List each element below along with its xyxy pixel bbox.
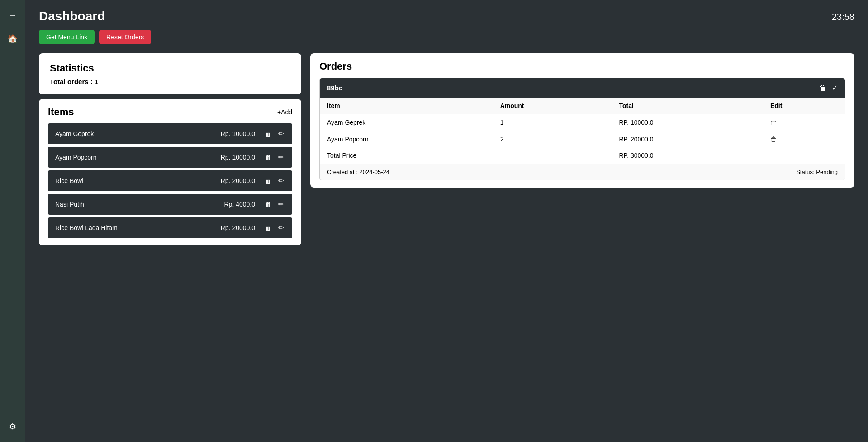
statistics-card: Statistics Total orders : 1 (39, 53, 301, 94)
total-orders-label: Total orders : (50, 78, 93, 85)
total-price-value: RP. 30000.0 (612, 147, 763, 164)
order-item-delete[interactable]: 🗑 (763, 131, 845, 148)
item-name: Ayam Geprek (55, 130, 221, 137)
edit-item-button[interactable]: ✏ (277, 152, 285, 162)
created-at-value: 2024-05-24 (360, 169, 390, 175)
item-actions: 🗑 ✏ (264, 223, 285, 233)
header-left: Dashboard Get Menu Link Reset Orders (39, 9, 151, 44)
clock-display: 23:58 (832, 12, 854, 22)
delete-item-button[interactable]: 🗑 (264, 200, 273, 209)
get-menu-link-button[interactable]: Get Menu Link (39, 30, 95, 44)
sidebar: → 🏠 ⚙ (0, 0, 25, 442)
item-actions: 🗑 ✏ (264, 176, 285, 186)
order-status: Status: Pending (796, 169, 838, 175)
order-table: Item Amount Total Edit Ayam Geprek 1 RP.… (320, 98, 845, 164)
status-label: Status: (796, 169, 814, 175)
item-name: Ayam Popcorn (55, 154, 221, 161)
col-item: Item (320, 98, 493, 114)
item-price: Rp. 20000.0 (221, 224, 255, 231)
item-name: Rice Bowl (55, 177, 221, 184)
col-amount: Amount (493, 98, 612, 114)
item-actions: 🗑 ✏ (264, 152, 285, 162)
page-title: Dashboard (39, 9, 151, 24)
order-card: 89bc 🗑 ✓ Item Amount Total Edit (319, 78, 845, 180)
order-table-head: Item Amount Total Edit (320, 98, 845, 114)
total-price-label: Total Price (320, 147, 493, 164)
item-row: Rice Bowl Lada Hitam Rp. 20000.0 🗑 ✏ (48, 217, 292, 238)
order-header-actions: 🗑 ✓ (819, 84, 838, 92)
col-total: Total (612, 98, 763, 114)
delete-order-button[interactable]: 🗑 (819, 84, 826, 92)
total-price-empty-amount (493, 147, 612, 164)
left-panel: Statistics Total orders : 1 Items +Add A… (39, 53, 301, 245)
delete-item-button[interactable]: 🗑 (264, 129, 273, 139)
created-at: Created at : 2024-05-24 (327, 169, 389, 175)
items-card: Items +Add Ayam Geprek Rp. 10000.0 🗑 ✏ A… (39, 99, 301, 245)
status-value: Pending (816, 169, 838, 175)
add-item-button[interactable]: +Add (277, 108, 292, 116)
reset-orders-button[interactable]: Reset Orders (99, 30, 151, 44)
item-price: Rp. 10000.0 (221, 154, 255, 161)
col-edit: Edit (763, 98, 845, 114)
item-price: Rp. 20000.0 (221, 177, 255, 184)
order-table-row: Ayam Geprek 1 RP. 10000.0 🗑 (320, 114, 845, 131)
item-name: Nasi Putih (55, 201, 224, 208)
orders-panel: Orders 89bc 🗑 ✓ Item Amount (310, 53, 854, 188)
item-actions: 🗑 ✏ (264, 129, 285, 139)
edit-item-button[interactable]: ✏ (277, 199, 285, 209)
order-table-row: Ayam Popcorn 2 RP. 20000.0 🗑 (320, 131, 845, 148)
main-content: Dashboard Get Menu Link Reset Orders 23:… (25, 0, 868, 442)
items-title: Items (48, 106, 74, 118)
item-row: Nasi Putih Rp. 4000.0 🗑 ✏ (48, 194, 292, 215)
total-price-empty-edit (763, 147, 845, 164)
sidebar-top: → 🏠 (5, 7, 21, 47)
order-footer: Created at : 2024-05-24 Status: Pending (320, 164, 845, 180)
delete-order-item-button[interactable]: 🗑 (770, 136, 777, 143)
confirm-order-button[interactable]: ✓ (832, 84, 838, 92)
created-at-label: Created at : (327, 169, 358, 175)
item-row: Ayam Geprek Rp. 10000.0 🗑 ✏ (48, 123, 292, 144)
content-area: Statistics Total orders : 1 Items +Add A… (39, 53, 854, 245)
arrow-right-icon[interactable]: → (5, 7, 21, 24)
sidebar-bottom: ⚙ (5, 418, 21, 435)
home-icon[interactable]: 🏠 (5, 31, 21, 47)
order-table-body: Ayam Geprek 1 RP. 10000.0 🗑 Ayam Popcorn… (320, 114, 845, 148)
items-header: Items +Add (48, 106, 292, 118)
order-item-name: Ayam Popcorn (320, 131, 493, 148)
edit-item-button[interactable]: ✏ (277, 223, 285, 233)
header: Dashboard Get Menu Link Reset Orders 23:… (39, 9, 854, 44)
order-item-total: RP. 20000.0 (612, 131, 763, 148)
order-item-total: RP. 10000.0 (612, 114, 763, 131)
order-table-foot: Total Price RP. 30000.0 (320, 147, 845, 164)
order-item-amount: 1 (493, 114, 612, 131)
order-item-name: Ayam Geprek (320, 114, 493, 131)
settings-icon[interactable]: ⚙ (5, 418, 21, 435)
order-item-delete[interactable]: 🗑 (763, 114, 845, 131)
items-list: Ayam Geprek Rp. 10000.0 🗑 ✏ Ayam Popcorn… (48, 123, 292, 238)
total-orders-value: 1 (95, 78, 98, 85)
orders-title: Orders (319, 61, 845, 72)
item-name: Rice Bowl Lada Hitam (55, 224, 221, 231)
item-row: Ayam Popcorn Rp. 10000.0 🗑 ✏ (48, 147, 292, 168)
order-id: 89bc (327, 84, 342, 92)
order-item-amount: 2 (493, 131, 612, 148)
item-actions: 🗑 ✏ (264, 199, 285, 209)
item-row: Rice Bowl Rp. 20000.0 🗑 ✏ (48, 170, 292, 191)
edit-item-button[interactable]: ✏ (277, 129, 285, 139)
delete-item-button[interactable]: 🗑 (264, 223, 273, 233)
delete-order-item-button[interactable]: 🗑 (770, 119, 777, 126)
edit-item-button[interactable]: ✏ (277, 176, 285, 186)
item-price: Rp. 4000.0 (224, 201, 256, 208)
item-price: Rp. 10000.0 (221, 130, 255, 137)
order-table-header-row: Item Amount Total Edit (320, 98, 845, 114)
header-buttons: Get Menu Link Reset Orders (39, 30, 151, 44)
order-header: 89bc 🗑 ✓ (320, 78, 845, 98)
total-price-row: Total Price RP. 30000.0 (320, 147, 845, 164)
statistics-title: Statistics (50, 62, 290, 74)
delete-item-button[interactable]: 🗑 (264, 153, 273, 162)
delete-item-button[interactable]: 🗑 (264, 176, 273, 186)
total-orders: Total orders : 1 (50, 78, 290, 85)
